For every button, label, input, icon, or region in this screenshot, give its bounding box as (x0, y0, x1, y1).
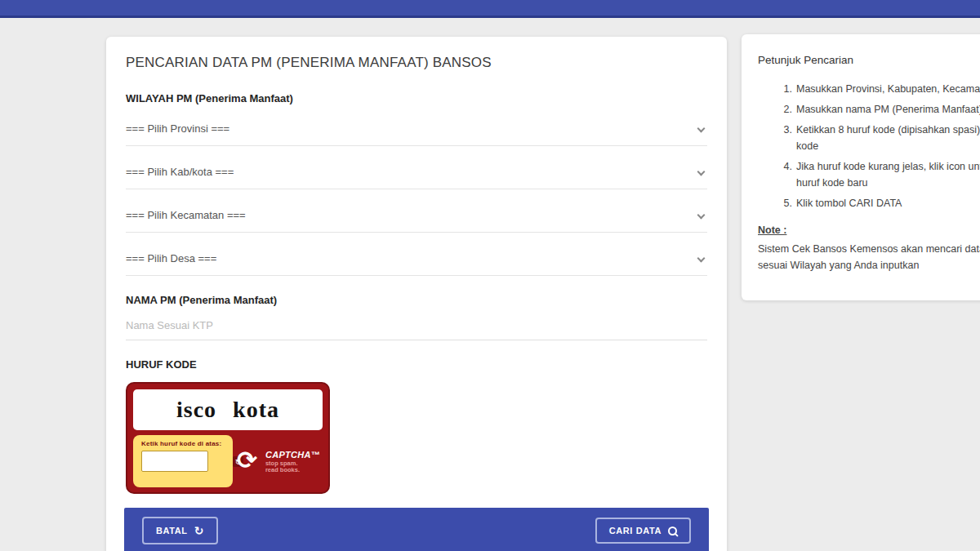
batal-button-label: BATAL (156, 526, 188, 535)
desa-select[interactable]: === Pilih Desa === (126, 252, 707, 276)
page-title: PENCARIAN DATA PM (PENERIMA MANFAAT) BAN… (126, 55, 707, 71)
list-item-text: Masukkan Provinsi, Kabupaten, Kecamatan (796, 81, 980, 97)
captcha-brand-text: CAPTCHA™ (265, 450, 320, 460)
kecamatan-select-value: === Pilih Kecamatan === (126, 209, 246, 221)
list-item-text: Klik tombol CARI DATA (796, 195, 902, 211)
nama-section-label: NAMA PM (Penerima Manfaat) (126, 294, 707, 306)
note-line: sesuai Wilayah yang Anda inputkan (758, 257, 980, 273)
cari-data-button-label: CARI DATA (609, 526, 662, 535)
list-item-text: Masukkan nama PM (Penerima Manfaat) (796, 101, 980, 118)
petunjuk-panel: Petunjuk Pencarian 1. Masukkan Provinsi,… (742, 34, 980, 300)
top-navbar (0, 0, 980, 18)
list-item: 5. Klik tombol CARI DATA (779, 195, 980, 211)
batal-button[interactable]: BATAL ↻ (142, 517, 218, 544)
recaptcha-logo: ↻ ⟳ CAPTCHA™ stop spam. read books. (233, 435, 323, 487)
captcha-input[interactable] (141, 451, 208, 472)
petunjuk-title: Petunjuk Pencarian (758, 54, 980, 66)
wilayah-section-label: WILAYAH PM (Penerima Manfaat) (126, 92, 707, 104)
provinsi-select-value: === Pilih Provinsi === (126, 122, 229, 135)
note-text: Sistem Cek Bansos Kemensos akan mencari … (758, 241, 980, 273)
list-item: 2. Masukkan nama PM (Penerima Manfaat) (779, 101, 980, 118)
list-item-text: Ketikkan 8 huruf kode (dipisahkan spasi)… (796, 122, 980, 138)
refresh-icon: ↻ (194, 525, 204, 536)
captcha-widget: isco kota Ketik huruf kode di atas: ↻ ⟳ … (126, 382, 330, 494)
list-item-number: 3. (779, 122, 792, 154)
list-item-text: Jika huruf kode kurang jelas, klik icon … (796, 158, 980, 175)
captcha-challenge-text: isco kota (133, 389, 323, 430)
captcha-input-label: Ketik huruf kode di atas: (141, 440, 226, 447)
chevron-down-icon (697, 211, 706, 220)
search-form-card: PENCARIAN DATA PM (PENERIMA MANFAAT) BAN… (106, 37, 727, 551)
kecamatan-select[interactable]: === Pilih Kecamatan === (126, 209, 707, 233)
captcha-tagline-2: read books. (265, 467, 320, 474)
kabkota-select[interactable]: === Pilih Kab/kota === (126, 166, 707, 189)
petunjuk-list: 1. Masukkan Provinsi, Kabupaten, Kecamat… (758, 81, 980, 211)
list-item: 4. Jika huruf kode kurang jelas, klik ic… (779, 158, 980, 191)
list-item: 3. Ketikkan 8 huruf kode (dipisahkan spa… (779, 122, 980, 154)
list-item-text: huruf kode baru (796, 175, 980, 191)
form-action-bar: BATAL ↻ CARI DATA (124, 508, 709, 551)
list-item-number: 5. (779, 195, 792, 211)
nama-input[interactable] (126, 318, 707, 340)
recaptcha-recycle-icon: ↻ ⟳ (235, 447, 263, 477)
chevron-down-icon (697, 168, 706, 176)
chevron-down-icon (697, 125, 706, 133)
chevron-down-icon (697, 255, 706, 263)
cari-data-button[interactable]: CARI DATA (595, 518, 691, 544)
list-item-number: 2. (779, 101, 792, 118)
note-line: Sistem Cek Bansos Kemensos akan mencari … (758, 241, 980, 257)
huruf-kode-label: HURUF KODE (126, 358, 707, 371)
provinsi-select[interactable]: === Pilih Provinsi === (126, 122, 707, 146)
list-item-text: kode (796, 138, 980, 154)
captcha-input-box: Ketik huruf kode di atas: (133, 435, 233, 487)
list-item-number: 1. (779, 81, 792, 97)
desa-select-value: === Pilih Desa === (126, 252, 216, 264)
note-title: Note : (758, 224, 980, 236)
search-icon (668, 527, 677, 535)
list-item-number: 4. (779, 158, 792, 191)
list-item: 1. Masukkan Provinsi, Kabupaten, Kecamat… (779, 81, 980, 97)
kabkota-select-value: === Pilih Kab/kota === (126, 166, 234, 178)
